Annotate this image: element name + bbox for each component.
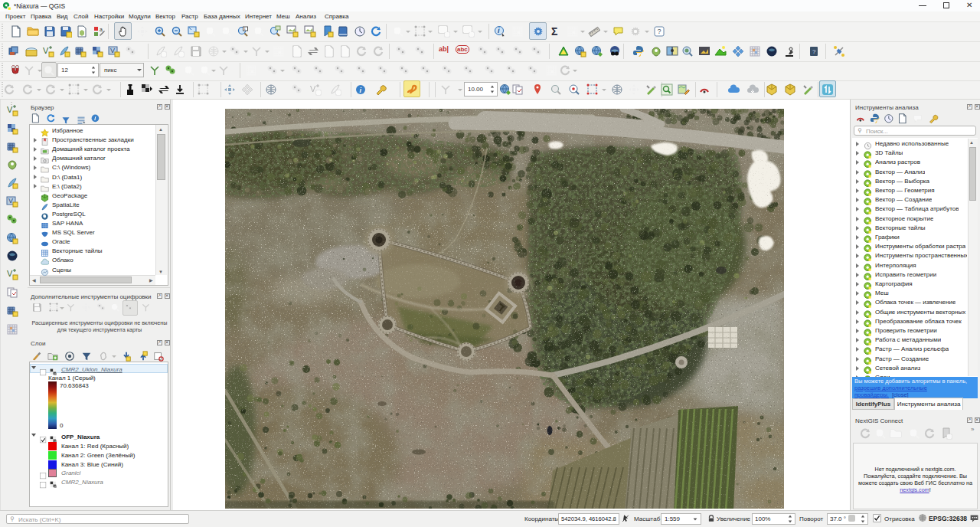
svg-text:V: V bbox=[110, 47, 115, 54]
svg-text:V: V bbox=[7, 269, 13, 278]
svg-text:?: ? bbox=[812, 48, 816, 55]
svg-text:V: V bbox=[8, 197, 13, 205]
svg-text:V: V bbox=[7, 105, 13, 114]
svg-text:Σ: Σ bbox=[551, 25, 557, 38]
svg-text:V: V bbox=[43, 46, 49, 55]
svg-text:V: V bbox=[310, 84, 316, 93]
svg-text:a: a bbox=[100, 27, 103, 32]
svg-text:?: ? bbox=[658, 28, 662, 35]
